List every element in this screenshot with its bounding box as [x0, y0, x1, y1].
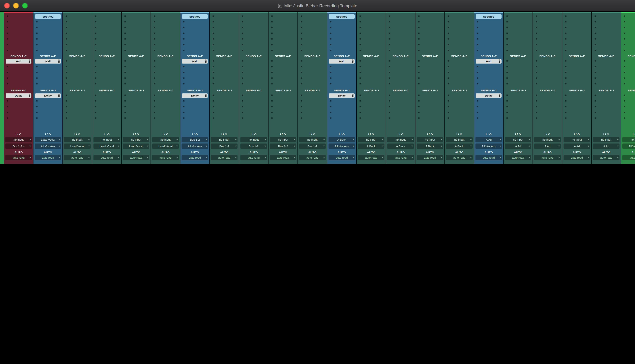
insert-slot[interactable]: soothe2: [474, 14, 503, 19]
send-slot[interactable]: [92, 104, 121, 110]
insert-slot[interactable]: [327, 19, 356, 25]
send-slot[interactable]: [92, 81, 121, 87]
send-slot[interactable]: [239, 98, 268, 104]
send-slot[interactable]: [34, 116, 63, 121]
send-slot[interactable]: [357, 76, 386, 81]
send-slot[interactable]: Delay: [180, 92, 209, 98]
send-slot[interactable]: [562, 92, 591, 98]
send-slot[interactable]: [34, 64, 63, 70]
send-slot[interactable]: [239, 58, 268, 64]
insert-slot[interactable]: [562, 14, 591, 19]
send-slot[interactable]: [63, 58, 92, 64]
send-slot[interactable]: [592, 104, 621, 110]
send-slot[interactable]: [63, 104, 92, 110]
send-slot[interactable]: [239, 92, 268, 98]
insert-slot[interactable]: [210, 48, 239, 54]
output-selector[interactable]: Bus 1-2: [240, 144, 267, 149]
insert-slot[interactable]: [327, 48, 356, 54]
send-slot[interactable]: [239, 81, 268, 87]
insert-slot[interactable]: [239, 48, 268, 54]
insert-slot[interactable]: [415, 31, 444, 36]
insert-slot[interactable]: [445, 19, 474, 25]
output-selector[interactable]: A Ad: [593, 144, 619, 149]
insert-plugin[interactable]: soothe2: [329, 14, 355, 18]
insert-slot[interactable]: [504, 42, 533, 48]
send-slot[interactable]: [474, 64, 503, 70]
insert-slot[interactable]: [474, 42, 503, 48]
insert-slot[interactable]: [386, 19, 415, 25]
output-selector[interactable]: Bus 1-2: [211, 144, 237, 149]
output-selector[interactable]: Lead Vocal: [152, 144, 179, 149]
insert-slot[interactable]: [621, 19, 635, 25]
insert-slot[interactable]: [122, 14, 151, 19]
send-slot[interactable]: [210, 58, 239, 64]
send-slot[interactable]: [210, 98, 239, 104]
insert-slot[interactable]: [63, 42, 92, 48]
send-slot[interactable]: [268, 81, 297, 87]
send-slot[interactable]: [151, 76, 180, 81]
insert-slot[interactable]: [63, 14, 92, 19]
input-selector[interactable]: no input: [534, 137, 561, 142]
insert-slot[interactable]: [63, 31, 92, 36]
send-slot[interactable]: [562, 81, 591, 87]
send-slot[interactable]: [210, 104, 239, 110]
insert-slot[interactable]: [445, 31, 474, 36]
insert-slot[interactable]: [357, 36, 386, 42]
insert-slot[interactable]: [4, 25, 33, 30]
insert-slot[interactable]: [386, 31, 415, 36]
send-slot[interactable]: [122, 76, 151, 81]
insert-slot[interactable]: [298, 42, 327, 48]
send-slot[interactable]: [180, 98, 209, 104]
insert-slot[interactable]: [357, 14, 386, 19]
send-slot[interactable]: [4, 70, 33, 76]
send-slot[interactable]: [357, 92, 386, 98]
input-selector[interactable]: no input: [622, 137, 635, 142]
insert-slot[interactable]: [445, 25, 474, 30]
send-slot[interactable]: [415, 110, 444, 115]
input-selector[interactable]: no input: [593, 137, 619, 142]
automation-mode-selector[interactable]: auto read: [64, 155, 91, 160]
input-selector[interactable]: A Ad: [476, 137, 502, 142]
insert-slot[interactable]: [92, 42, 121, 48]
send-slot[interactable]: [621, 64, 635, 70]
insert-slot[interactable]: [474, 25, 503, 30]
insert-slot[interactable]: [210, 42, 239, 48]
insert-slot[interactable]: [445, 42, 474, 48]
insert-slot[interactable]: [386, 42, 415, 48]
output-selector[interactable]: Lead Vocal: [94, 144, 120, 149]
send-slot[interactable]: [504, 58, 533, 64]
send-slot[interactable]: [357, 64, 386, 70]
send-slot[interactable]: [210, 116, 239, 121]
insert-slot[interactable]: [386, 14, 415, 19]
insert-slot[interactable]: [415, 48, 444, 54]
insert-slot[interactable]: [533, 14, 562, 19]
insert-slot[interactable]: [327, 25, 356, 30]
insert-slot[interactable]: [180, 48, 209, 54]
insert-slot[interactable]: [504, 48, 533, 54]
send-slot[interactable]: [357, 110, 386, 115]
insert-slot[interactable]: [621, 25, 635, 30]
send-slot[interactable]: [180, 104, 209, 110]
input-selector[interactable]: no input: [240, 137, 267, 142]
send-slot[interactable]: [562, 110, 591, 115]
input-selector[interactable]: no input: [563, 137, 590, 142]
send-slot[interactable]: [298, 92, 327, 98]
send-slot[interactable]: [63, 81, 92, 87]
insert-slot[interactable]: [268, 31, 297, 36]
automation-mode-selector[interactable]: auto read: [476, 155, 502, 160]
insert-slot[interactable]: [122, 36, 151, 42]
send-slot[interactable]: [151, 116, 180, 121]
insert-slot[interactable]: [92, 36, 121, 42]
send-slot[interactable]: [151, 64, 180, 70]
send-slot[interactable]: [92, 64, 121, 70]
automation-mode-selector[interactable]: auto read: [299, 155, 326, 160]
insert-slot[interactable]: [239, 14, 268, 19]
send-slot[interactable]: [415, 58, 444, 64]
automation-mode-selector[interactable]: auto read: [5, 155, 32, 160]
insert-slot[interactable]: [151, 31, 180, 36]
input-selector[interactable]: no input: [505, 137, 531, 142]
zoom-button[interactable]: [22, 3, 28, 9]
insert-slot[interactable]: [92, 14, 121, 19]
input-selector[interactable]: no input: [299, 137, 326, 142]
send-assignment[interactable]: Delay: [35, 93, 61, 98]
